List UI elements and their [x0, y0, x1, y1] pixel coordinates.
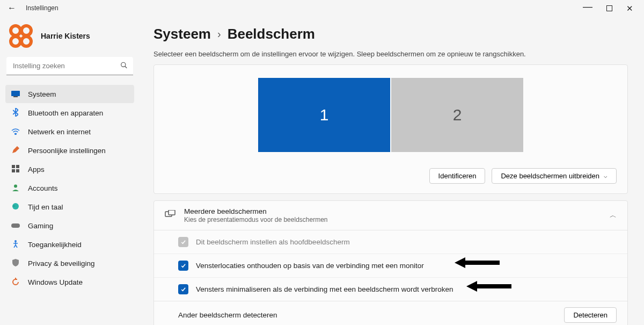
wifi-icon: [11, 127, 20, 136]
svg-rect-10: [16, 165, 19, 168]
identify-label: Identificeren: [438, 172, 477, 180]
close-button[interactable]: ✕: [626, 4, 633, 12]
breadcrumb: Systeem › Beeldscherm: [153, 26, 628, 42]
minimize-button[interactable]: —: [583, 2, 592, 11]
accounts-icon: [11, 184, 20, 193]
nav-item-bluetooth[interactable]: Bluetooth en apparaten: [5, 104, 134, 122]
identify-button[interactable]: Identificeren: [429, 168, 486, 184]
svg-rect-9: [12, 165, 15, 168]
monitor-2[interactable]: 2: [391, 78, 523, 152]
user-name: Harrie Kisters: [41, 32, 90, 40]
time-icon: [11, 203, 20, 212]
display-arrangement-panel: 1 2 Identificeren Deze beeldschermen uit…: [153, 64, 628, 194]
svg-marker-20: [466, 281, 511, 292]
nav-item-netwerk[interactable]: Netwerk en internet: [5, 122, 134, 141]
nav-item-label: Privacy & beveiliging: [28, 259, 95, 268]
svg-rect-18: [169, 210, 175, 215]
svg-point-3: [21, 37, 31, 46]
detect-other-display-label: Ander beeldscherm detecteren: [178, 311, 277, 319]
breadcrumb-parent[interactable]: Systeem: [153, 26, 211, 42]
group-subtitle: Kies de presentatiemodus voor de beeldsc…: [184, 216, 328, 223]
maximize-button[interactable]: [606, 5, 612, 11]
search-icon: [120, 62, 128, 71]
accessibility-icon: [11, 240, 20, 249]
svg-rect-15: [11, 223, 20, 228]
chevron-up-icon[interactable]: ︿: [610, 211, 617, 220]
group-title: Meerdere beeldschermen: [184, 207, 328, 215]
svg-rect-11: [12, 169, 15, 172]
nav-item-label: Netwerk en internet: [28, 128, 91, 136]
svg-line-5: [125, 66, 127, 68]
monitor-1[interactable]: 1: [258, 78, 390, 152]
nav-item-label: Toegankelijkheid: [28, 241, 82, 249]
checkbox-remember-locations[interactable]: [178, 261, 188, 271]
breadcrumb-page: Beeldscherm: [228, 26, 315, 42]
svg-point-0: [11, 26, 20, 35]
nav-item-tijd[interactable]: Tijd en taal: [5, 198, 134, 216]
svg-point-1: [21, 26, 31, 35]
nav-item-gaming[interactable]: Gaming: [5, 216, 134, 235]
apps-icon: [11, 165, 20, 174]
bluetooth-icon: [11, 108, 20, 118]
nav-item-label: Apps: [28, 165, 45, 174]
page-subtitle: Selecteer een beeldscherm om de instelli…: [153, 50, 628, 58]
svg-point-2: [11, 37, 20, 46]
avatar[interactable]: [9, 24, 33, 48]
annotation-arrow: [455, 256, 500, 269]
nav-item-label: Bluetooth en apparaten: [28, 109, 103, 117]
extend-displays-dropdown[interactable]: Deze beeldschermen uitbreiden ⌵: [492, 168, 617, 184]
option-main-display: Dit beeldscherm instellen als hoofdbeeld…: [196, 238, 350, 246]
nav-item-label: Gaming: [28, 222, 53, 230]
gaming-icon: [11, 221, 20, 230]
nav-item-systeem[interactable]: Systeem: [5, 85, 134, 103]
nav-item-label: Systeem: [28, 90, 56, 98]
nav-item-label: Windows Update: [28, 278, 83, 286]
update-icon: [11, 278, 20, 287]
annotation-arrow: [466, 280, 511, 293]
chevron-right-icon: ›: [217, 28, 221, 40]
nav-item-accounts[interactable]: Accounts: [5, 179, 134, 197]
multiple-displays-header[interactable]: Meerdere beeldschermen Kies de presentat…: [154, 201, 627, 230]
nav-item-label: Persoonlijke instellingen: [28, 147, 106, 155]
svg-marker-19: [455, 257, 500, 268]
nav-item-privacy[interactable]: Privacy & beveiliging: [5, 254, 134, 272]
personalize-icon: [11, 146, 20, 156]
nav-item-label: Tijd en taal: [28, 203, 63, 211]
monitor-layout[interactable]: 1 2: [165, 78, 617, 152]
svg-rect-7: [13, 96, 18, 97]
svg-point-8: [15, 134, 16, 135]
system-icon: [11, 90, 20, 99]
option-remember-locations: Vensterlocaties onthouden op basis van d…: [196, 262, 424, 270]
svg-point-16: [14, 240, 17, 242]
svg-point-4: [121, 62, 126, 67]
multiple-displays-group: Meerdere beeldschermen Kies de presentat…: [153, 200, 628, 325]
checkbox-main-display: [178, 237, 188, 247]
nav-item-toegankelijkheid[interactable]: Toegankelijkheid: [5, 235, 134, 254]
nav-item-apps[interactable]: Apps: [5, 160, 134, 178]
extend-label: Deze beeldschermen uitbreiden: [501, 172, 599, 180]
checkbox-minimize-on-disconnect[interactable]: [178, 284, 188, 294]
chevron-down-icon: ⌵: [604, 172, 608, 179]
nav-item-label: Accounts: [28, 184, 58, 192]
detect-label: Detecteren: [573, 311, 608, 319]
svg-point-13: [14, 184, 17, 187]
window-title: Instellingen: [26, 4, 58, 12]
nav-item-update[interactable]: Windows Update: [5, 273, 134, 291]
search-input[interactable]: [6, 57, 133, 75]
svg-rect-6: [11, 91, 20, 96]
displays-icon: [165, 210, 175, 221]
sidebar-nav: Systeem Bluetooth en apparaten Netwerk e…: [5, 85, 134, 291]
svg-rect-12: [16, 169, 19, 172]
option-minimize-on-disconnect: Vensters minimaliseren als de verbinding…: [196, 285, 453, 293]
detect-button[interactable]: Detecteren: [564, 307, 617, 323]
back-button[interactable]: ←: [8, 4, 16, 12]
nav-item-persoonlijk[interactable]: Persoonlijke instellingen: [5, 141, 134, 160]
privacy-icon: [11, 259, 20, 268]
